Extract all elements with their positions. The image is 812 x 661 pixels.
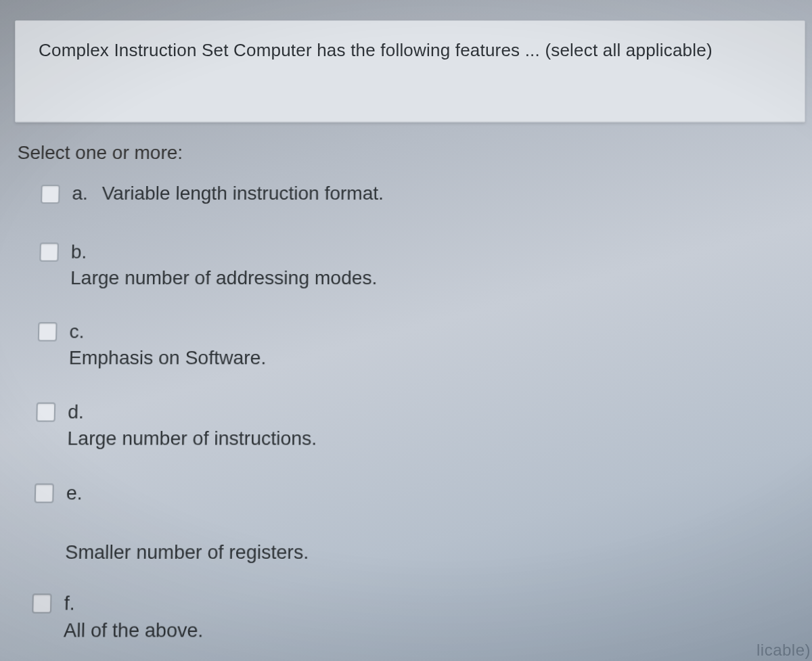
checkbox-f[interactable] (32, 593, 51, 613)
checkbox-b[interactable] (39, 242, 59, 261)
checkbox-d[interactable] (36, 403, 55, 422)
checkbox-a[interactable] (41, 185, 60, 204)
option-d[interactable]: d. Large number of instructions. (11, 401, 812, 450)
option-e-letter: e. (66, 482, 90, 504)
option-d-text: Large number of instructions. (67, 428, 812, 450)
option-a-letter: a. (72, 183, 95, 204)
option-c-text: Emphasis on Software. (68, 347, 810, 369)
option-c[interactable]: c. Emphasis on Software. (12, 321, 810, 369)
option-b[interactable]: b. Large number of addressing modes. (14, 241, 809, 289)
option-a[interactable]: a. Variable length instruction format. (16, 183, 807, 204)
option-d-letter: d. (68, 401, 91, 424)
option-b-letter: b. (71, 241, 95, 263)
option-e[interactable]: e. Smaller number of registers. (8, 482, 812, 564)
option-f-letter: f. (64, 592, 88, 615)
option-b-text: Large number of addressing modes. (70, 267, 809, 289)
question-text: Complex Instruction Set Computer has the… (39, 40, 782, 61)
checkbox-c[interactable] (38, 322, 58, 342)
question-card: Complex Instruction Set Computer has the… (15, 20, 805, 122)
option-f[interactable]: f. All of the above. (6, 592, 812, 642)
select-prompt: Select one or more: (17, 142, 805, 164)
option-f-text: All of the above. (64, 619, 812, 642)
answers-block: Select one or more: a. Variable length i… (5, 142, 812, 661)
checkbox-e[interactable] (35, 483, 54, 503)
option-c-letter: c. (69, 321, 93, 343)
option-a-text: Variable length instruction format. (102, 183, 384, 204)
option-e-text: Smaller number of registers. (65, 541, 812, 564)
